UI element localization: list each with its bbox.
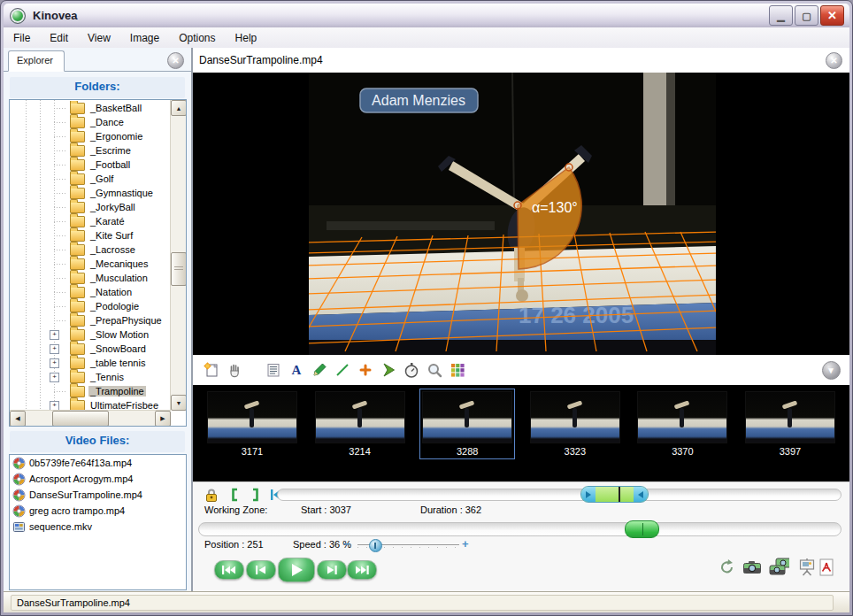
folder-tree-item[interactable]: + _Musculation bbox=[10, 271, 171, 285]
tool-text-button[interactable]: A bbox=[285, 358, 308, 381]
speed-slider-knob[interactable] bbox=[369, 539, 382, 552]
menu-image[interactable]: Image bbox=[120, 29, 169, 47]
slideshow-export-button[interactable] bbox=[796, 557, 818, 578]
tool-grab-button[interactable] bbox=[223, 358, 246, 381]
menu-file[interactable]: File bbox=[4, 29, 40, 47]
folder-tree-item[interactable]: + _table tennis bbox=[10, 356, 171, 370]
scrollbar-thumb[interactable] bbox=[171, 252, 187, 286]
maximize-button[interactable]: ▢ bbox=[795, 5, 818, 26]
tool-comments-button[interactable] bbox=[262, 358, 285, 381]
play-button[interactable] bbox=[278, 558, 315, 582]
folder-tree-item[interactable]: + _JorkyBall bbox=[10, 200, 171, 214]
expand-plus-icon[interactable]: + bbox=[50, 358, 59, 368]
speed-plus-button[interactable]: + bbox=[462, 537, 469, 551]
menu-view[interactable]: View bbox=[78, 29, 120, 47]
folder-tree-item[interactable]: + _Escrime bbox=[10, 143, 171, 158]
keyframe-thumbnail[interactable]: 3323 bbox=[530, 391, 620, 457]
scrollbar-thumb[interactable] bbox=[52, 411, 109, 427]
scroll-down-button[interactable]: ▼ bbox=[171, 395, 187, 411]
folder-tree-item[interactable]: + _Kite Surf bbox=[10, 228, 171, 243]
zone-left-handle[interactable] bbox=[581, 487, 596, 502]
folder-tree-item[interactable]: + _Karaté bbox=[10, 214, 171, 228]
menu-help[interactable]: Help bbox=[226, 29, 267, 47]
zone-right-handle[interactable] bbox=[634, 487, 648, 502]
minimize-button[interactable]: ▁ bbox=[769, 5, 793, 26]
position-slider-track[interactable] bbox=[198, 522, 841, 536]
folder-tree-item[interactable]: + _Football bbox=[10, 158, 171, 172]
zone-end-bracket-icon[interactable] bbox=[246, 486, 264, 504]
tree-vertical-scrollbar[interactable]: ▲ ▼ bbox=[170, 100, 186, 411]
video-file-item[interactable]: 0b5739fe7e64f13a.mp4 bbox=[10, 455, 186, 471]
tool-pencil-button[interactable] bbox=[308, 358, 331, 381]
expand-plus-icon[interactable]: + bbox=[50, 344, 59, 354]
folder-tree-item[interactable]: + _Gymnastique bbox=[10, 186, 171, 200]
title-bar[interactable]: Kinovea ▁ ▢ ✕ bbox=[4, 4, 849, 28]
keyframe-thumbnail[interactable]: 3397 bbox=[745, 391, 835, 457]
key-image-label[interactable]: Adam Menzies bbox=[360, 89, 478, 112]
next-frame-button[interactable] bbox=[317, 560, 347, 580]
video-file-item[interactable]: Acrosport Acrogym.mp4 bbox=[10, 471, 186, 487]
loop-mode-button[interactable] bbox=[717, 557, 738, 578]
zone-start-bracket-icon[interactable] bbox=[227, 486, 244, 504]
tool-key-image-button[interactable] bbox=[200, 358, 223, 381]
folder-tree-item[interactable]: + _Slow Motion bbox=[10, 327, 171, 342]
tool-color-profile-button[interactable] bbox=[446, 358, 469, 381]
scroll-left-button[interactable]: ◀ bbox=[10, 411, 26, 427]
keyframe-thumbnail[interactable]: 3171 bbox=[207, 391, 297, 457]
tool-marker-button[interactable] bbox=[354, 358, 377, 381]
folder-tree-item[interactable]: + _Ergonomie bbox=[10, 129, 171, 143]
dual-snapshot-button[interactable] bbox=[768, 556, 789, 577]
folder-tree-item[interactable]: + _Dance bbox=[10, 115, 171, 129]
folder-tree-item[interactable]: + UltimateFrisbee bbox=[10, 398, 171, 411]
close-button[interactable]: ✕ bbox=[820, 5, 844, 26]
goto-first-button[interactable] bbox=[214, 560, 244, 580]
folder-tree-item[interactable]: + _Golf bbox=[10, 172, 171, 186]
folder-tree-item[interactable]: + _Mecaniques bbox=[10, 257, 171, 271]
folder-tree-item[interactable]: + _PrepaPhysique bbox=[10, 313, 171, 327]
video-file-item[interactable]: sequence.mkv bbox=[10, 519, 186, 535]
scroll-up-button[interactable]: ▲ bbox=[171, 100, 187, 116]
snapshot-button[interactable] bbox=[742, 557, 763, 578]
folder-tree-item[interactable]: + _Lacrosse bbox=[10, 243, 171, 257]
file-name: DanseSurTrampoline.mp4 bbox=[29, 489, 142, 500]
folder-tree-item[interactable]: + _BasketBall bbox=[10, 101, 171, 115]
keyframe-thumbnail[interactable]: 3288 bbox=[422, 391, 512, 457]
expand-plus-icon[interactable]: + bbox=[50, 373, 59, 382]
folder-tree-item[interactable]: + _Natation bbox=[10, 285, 171, 299]
key-image-icon bbox=[203, 361, 220, 379]
goto-last-button[interactable] bbox=[347, 560, 377, 580]
zone-body[interactable] bbox=[596, 487, 634, 502]
keyframe-thumbnail[interactable]: 3370 bbox=[637, 391, 727, 457]
video-display[interactable]: 17 26 2005 bbox=[193, 73, 849, 355]
menu-edit[interactable]: Edit bbox=[40, 29, 78, 47]
folder-tree-item[interactable]: + _Tennis bbox=[10, 370, 171, 384]
previous-frame-button[interactable] bbox=[246, 560, 276, 580]
video-file-item[interactable]: DanseSurTrampoline.mp4 bbox=[10, 487, 186, 503]
tree-branch bbox=[54, 108, 67, 109]
tool-magnifier-button[interactable] bbox=[423, 358, 446, 381]
position-slider-handle[interactable] bbox=[625, 520, 659, 538]
tool-angle-button[interactable] bbox=[377, 358, 400, 381]
lock-icon[interactable] bbox=[203, 486, 220, 504]
folder-icon bbox=[70, 273, 85, 284]
tree-horizontal-scrollbar[interactable]: ◀ ▶ bbox=[10, 410, 171, 426]
video-file-item[interactable]: greg acro trampo.mp4 bbox=[10, 503, 186, 519]
expand-plus-icon[interactable]: + bbox=[50, 330, 59, 340]
tool-line-button[interactable] bbox=[331, 358, 354, 381]
folder-tree-item[interactable]: + _Trampoline bbox=[10, 384, 171, 398]
working-zone-widget[interactable] bbox=[580, 486, 649, 503]
explorer-close-button[interactable]: ✕ bbox=[167, 52, 184, 69]
toolbar-expand-button[interactable]: ▼ bbox=[819, 358, 842, 381]
keyframe-thumbnail[interactable]: 3214 bbox=[315, 391, 405, 457]
folder-tree-item[interactable]: + _Podologie bbox=[10, 299, 171, 313]
player-close-button[interactable]: ✕ bbox=[826, 52, 842, 69]
frame-tracker[interactable] bbox=[277, 489, 841, 501]
pdf-export-button[interactable] bbox=[816, 557, 837, 578]
scroll-right-button[interactable]: ▶ bbox=[155, 411, 171, 427]
tab-explorer[interactable]: Explorer bbox=[8, 50, 65, 72]
menu-options[interactable]: Options bbox=[169, 29, 225, 47]
svg-text:A: A bbox=[292, 363, 302, 377]
folder-tree-item[interactable]: + _SnowBoard bbox=[10, 342, 171, 356]
speed-minus-button[interactable]: − bbox=[343, 537, 350, 551]
tool-chrono-button[interactable] bbox=[400, 358, 423, 381]
